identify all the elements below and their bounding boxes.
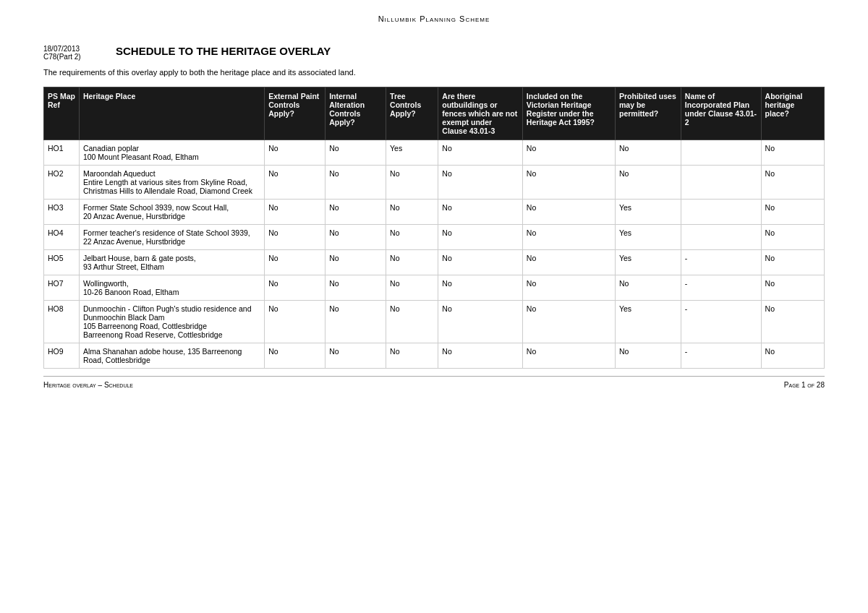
cell-name <box>681 200 761 225</box>
cell-victorian: No <box>522 166 615 200</box>
cell-aboriginal: No <box>761 200 824 225</box>
cell-victorian: No <box>522 301 615 343</box>
cell-outbuildings: No <box>438 200 523 225</box>
cell-ps: HO2 <box>44 166 80 200</box>
cell-ps: HO5 <box>44 250 80 275</box>
cell-victorian: No <box>522 140 615 166</box>
col-header-internal: Internal Alteration Controls Apply? <box>326 87 386 140</box>
cell-external: No <box>265 225 326 250</box>
cell-ps: HO4 <box>44 225 80 250</box>
cell-prohibited: Yes <box>615 225 681 250</box>
cell-name <box>681 225 761 250</box>
col-header-aboriginal: Aboriginal heritage place? <box>761 87 824 140</box>
doc-subtitle: The requirements of this overlay apply t… <box>43 68 825 77</box>
cell-outbuildings: No <box>438 166 523 200</box>
cell-name: - <box>681 275 761 301</box>
col-header-outbuildings: Are there outbuildings or fences which a… <box>438 87 523 140</box>
cell-name <box>681 140 761 166</box>
cell-victorian: No <box>522 343 615 369</box>
cell-tree: No <box>386 301 438 343</box>
cell-prohibited: Yes <box>615 301 681 343</box>
col-header-prohibited: Prohibited uses may be permitted? <box>615 87 681 140</box>
doc-title: SCHEDULE TO THE HERITAGE OVERLAY <box>116 45 331 57</box>
cell-external: No <box>265 200 326 225</box>
cell-heritage: Maroondah AqueductEntire Length at vario… <box>79 166 264 200</box>
cell-aboriginal: No <box>761 250 824 275</box>
cell-victorian: No <box>522 200 615 225</box>
cell-external: No <box>265 301 326 343</box>
cell-tree: No <box>386 225 438 250</box>
cell-external: No <box>265 250 326 275</box>
cell-prohibited: No <box>615 140 681 166</box>
cell-outbuildings: No <box>438 275 523 301</box>
cell-name: - <box>681 343 761 369</box>
table-row: HO5Jelbart House, barn & gate posts,93 A… <box>44 250 825 275</box>
cell-prohibited: No <box>615 343 681 369</box>
cell-internal: No <box>326 301 386 343</box>
cell-prohibited: No <box>615 275 681 301</box>
cell-victorian: No <box>522 275 615 301</box>
cell-ps: HO1 <box>44 140 80 166</box>
cell-prohibited: Yes <box>615 250 681 275</box>
cell-outbuildings: No <box>438 140 523 166</box>
table-row: HO3Former State School 3939, now Scout H… <box>44 200 825 225</box>
cell-outbuildings: No <box>438 301 523 343</box>
col-header-tree: Tree Controls Apply? <box>386 87 438 140</box>
cell-internal: No <box>326 166 386 200</box>
cell-external: No <box>265 166 326 200</box>
cell-external: No <box>265 343 326 369</box>
cell-heritage: Former State School 3939, now Scout Hall… <box>79 200 264 225</box>
col-header-heritage: Heritage Place <box>79 87 264 140</box>
heritage-table: PS Map Ref Heritage Place External Paint… <box>43 87 825 369</box>
cell-tree: Yes <box>386 140 438 166</box>
cell-tree: No <box>386 275 438 301</box>
cell-ps: HO7 <box>44 275 80 301</box>
col-header-ps: PS Map Ref <box>44 87 80 140</box>
cell-prohibited: No <box>615 166 681 200</box>
cell-internal: No <box>326 200 386 225</box>
cell-aboriginal: No <box>761 275 824 301</box>
cell-ps: HO8 <box>44 301 80 343</box>
cell-internal: No <box>326 250 386 275</box>
cell-external: No <box>265 275 326 301</box>
doc-code: C78(Part 2) <box>43 53 101 61</box>
cell-aboriginal: No <box>761 343 824 369</box>
table-row: HO1Canadian poplar100 Mount Pleasant Roa… <box>44 140 825 166</box>
cell-name <box>681 166 761 200</box>
cell-victorian: No <box>522 250 615 275</box>
cell-prohibited: Yes <box>615 200 681 225</box>
col-header-external: External Paint Controls Apply? <box>265 87 326 140</box>
col-header-victorian: Included on the Victorian Heritage Regis… <box>522 87 615 140</box>
cell-aboriginal: No <box>761 225 824 250</box>
page-header: Nillumbik Planning Scheme <box>43 14 825 23</box>
cell-heritage: Former teacher's residence of State Scho… <box>79 225 264 250</box>
cell-ps: HO3 <box>44 200 80 225</box>
cell-name: - <box>681 250 761 275</box>
table-row: HO9Alma Shanahan adobe house, 135 Barree… <box>44 343 825 369</box>
cell-internal: No <box>326 343 386 369</box>
cell-aboriginal: No <box>761 166 824 200</box>
cell-internal: No <box>326 275 386 301</box>
cell-external: No <box>265 140 326 166</box>
table-row: HO4Former teacher's residence of State S… <box>44 225 825 250</box>
cell-outbuildings: No <box>438 225 523 250</box>
cell-tree: No <box>386 343 438 369</box>
cell-aboriginal: No <box>761 301 824 343</box>
cell-heritage: Jelbart House, barn & gate posts,93 Arth… <box>79 250 264 275</box>
cell-aboriginal: No <box>761 140 824 166</box>
table-header-row: PS Map Ref Heritage Place External Paint… <box>44 87 825 140</box>
cell-heritage: Wollingworth,10-26 Banoon Road, Eltham <box>79 275 264 301</box>
cell-tree: No <box>386 250 438 275</box>
cell-name: - <box>681 301 761 343</box>
cell-victorian: No <box>522 225 615 250</box>
doc-date: 18/07/2013 <box>43 45 101 53</box>
table-row: HO7Wollingworth,10-26 Banoon Road, Eltha… <box>44 275 825 301</box>
cell-heritage: Alma Shanahan adobe house, 135 Barreenon… <box>79 343 264 369</box>
cell-outbuildings: No <box>438 250 523 275</box>
col-header-name: Name of Incorporated Plan under Clause 4… <box>681 87 761 140</box>
cell-ps: HO9 <box>44 343 80 369</box>
cell-tree: No <box>386 200 438 225</box>
table-row: HO8Dunmoochin - Clifton Pugh's studio re… <box>44 301 825 343</box>
footer-right: Page 1 of 28 <box>784 381 825 389</box>
cell-heritage: Canadian poplar100 Mount Pleasant Road, … <box>79 140 264 166</box>
